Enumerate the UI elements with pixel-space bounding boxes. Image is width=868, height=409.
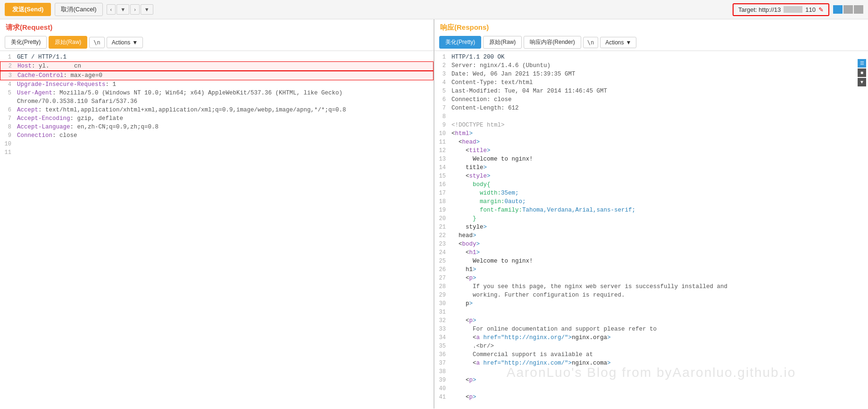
line-number: 16: [434, 180, 450, 189]
line-content: [450, 367, 868, 376]
response-line: 38: [434, 367, 868, 376]
response-line: 37 <a href="http://nginx.com/">nginx.com…: [434, 359, 868, 367]
line-content: <p>: [450, 376, 868, 384]
line-content: head>: [450, 231, 868, 240]
line-number: 14: [434, 163, 450, 172]
line-content: Server: nginx/1.4.6 (Ubuntu): [450, 61, 868, 70]
response-tab-pretty[interactable]: 美化(Pretty): [439, 36, 481, 49]
line-number: 2: [434, 61, 450, 70]
request-line: Chrome/70.0.3538.110 Safari/537.36: [0, 97, 434, 106]
cancel-button[interactable]: 取消(Cancel): [55, 3, 102, 16]
response-panel: 响应(Respons) 美化(Pretty) 原始(Raw) 响应内容(Rend…: [434, 19, 868, 409]
line-number: 12: [434, 146, 450, 155]
line-content: Connection: close: [450, 95, 868, 104]
request-tab-raw[interactable]: 原始(Raw): [49, 36, 87, 49]
line-number: 39: [434, 376, 450, 384]
side-icon-2[interactable]: ■: [858, 68, 866, 77]
target-edit-icon[interactable]: ✎: [818, 6, 824, 13]
nav-prev-button[interactable]: ‹: [107, 4, 116, 15]
request-line: 7Accept-Encoding: gzip, deflate: [0, 114, 434, 123]
line-content: User-Agent: Mozilla/5.0 (Windows NT 10.0…: [15, 89, 434, 97]
send-button[interactable]: 发送(Send): [5, 3, 51, 16]
request-title: 请求(Request): [0, 19, 434, 34]
request-actions-arrow: ▼: [132, 39, 138, 46]
line-number: 33: [434, 325, 450, 333]
response-line: 16 body{: [434, 180, 868, 189]
line-content: Accept-Encoding: gzip, deflate: [15, 114, 434, 123]
request-tab-pretty[interactable]: 美化(Pretty): [5, 36, 47, 49]
line-content: <p>: [450, 316, 868, 325]
nav-next-button[interactable]: ›: [130, 4, 140, 15]
target-label: Target: http://13: [738, 6, 781, 13]
line-number: 8: [434, 112, 450, 121]
response-line: 15 <style>: [434, 172, 868, 180]
line-content: [450, 384, 868, 393]
line-content: Accept: text/html,application/xhtml+xml,…: [15, 106, 434, 114]
response-tab-raw[interactable]: 原始(Raw): [483, 36, 522, 49]
line-content: p>: [450, 299, 868, 308]
view-split-icon[interactable]: [833, 5, 843, 14]
response-line: 7Content-Length: 612: [434, 104, 868, 112]
line-number: 15: [434, 172, 450, 180]
line-content: font-family:Tahoma,Verdana,Arial,sans-se…: [450, 206, 868, 214]
response-line: 13 Welcome to nginx!: [434, 155, 868, 163]
response-tab-render[interactable]: 响应内容(Render): [524, 36, 581, 49]
line-number: 20: [434, 214, 450, 223]
top-toolbar: 发送(Send) 取消(Cancel) ‹ ▼ › ▼ Target: http…: [0, 0, 868, 19]
nav-dropdown-button[interactable]: ▼: [117, 4, 129, 15]
request-line: 3Cache-Control: max-age=0: [0, 71, 434, 80]
side-icon-3[interactable]: ▼: [858, 78, 866, 86]
line-number: 36: [434, 350, 450, 359]
side-icon-1[interactable]: ☰: [858, 59, 866, 68]
line-number: 1: [0, 53, 15, 61]
line-content: <html>: [450, 129, 868, 138]
response-line: 12 <title>: [434, 146, 868, 155]
request-tab-newline[interactable]: \n: [89, 37, 104, 48]
response-line: 10<html>: [434, 129, 868, 138]
line-number: 31: [434, 308, 450, 316]
response-line: 19 font-family:Tahoma,Verdana,Arial,sans…: [434, 206, 868, 214]
request-tab-bar: 美化(Pretty) 原始(Raw) \n Actions ▼: [0, 34, 434, 51]
response-line: 33 For online documentation and support …: [434, 325, 868, 333]
response-line: 27 <p>: [434, 274, 868, 282]
response-line: 41 <p>: [434, 393, 868, 401]
line-content: <p>: [450, 393, 868, 401]
line-content: <style>: [450, 172, 868, 180]
line-number: 37: [434, 359, 450, 367]
line-content: <!DOCTYPE html>: [450, 121, 868, 129]
response-tab-actions[interactable]: Actions ▼: [600, 37, 636, 48]
line-content: Accept-Language: en,zh-CN;q=0.9,zh;q=0.8: [15, 123, 434, 131]
line-number: 40: [434, 384, 450, 393]
response-line: 40: [434, 384, 868, 393]
response-line: 25 Welcome to nginx!: [434, 257, 868, 265]
line-content: Upgrade-Insecure-Requests: 1: [15, 80, 434, 89]
line-content: [450, 308, 868, 316]
request-actions-label: Actions: [112, 39, 130, 46]
line-content: Welcome to nginx!: [450, 257, 868, 265]
view-single-icon[interactable]: [854, 5, 863, 14]
target-mask: [784, 6, 802, 13]
line-content: Content-Type: text/html: [450, 78, 868, 87]
line-content: Commercial support is available at: [450, 350, 868, 359]
line-content: <body>: [450, 240, 868, 248]
response-line: 39 <p>: [434, 376, 868, 384]
response-tab-newline[interactable]: \n: [583, 37, 598, 48]
line-number: 41: [434, 393, 450, 401]
line-content: body{: [450, 180, 868, 189]
response-line: 21 style>: [434, 223, 868, 231]
line-content: GET / HTTP/1.1: [15, 53, 434, 61]
line-content: [450, 112, 868, 121]
line-number: 17: [434, 189, 450, 197]
response-line: 26 h1>: [434, 265, 868, 274]
view-list-icon[interactable]: [843, 5, 853, 14]
response-line: 36 Commercial support is available at: [434, 350, 868, 359]
response-line: 1HTTP/1.1 200 OK: [434, 53, 868, 61]
request-tab-actions[interactable]: Actions ▼: [107, 37, 143, 48]
line-number: 28: [434, 282, 450, 291]
line-content: }: [450, 214, 868, 223]
response-line: 9<!DOCTYPE html>: [434, 121, 868, 129]
line-number: 10: [434, 129, 450, 138]
request-line: 9Connection: close: [0, 131, 434, 140]
line-number: 6: [434, 95, 450, 104]
nav-next-dropdown-button[interactable]: ▼: [141, 4, 153, 15]
